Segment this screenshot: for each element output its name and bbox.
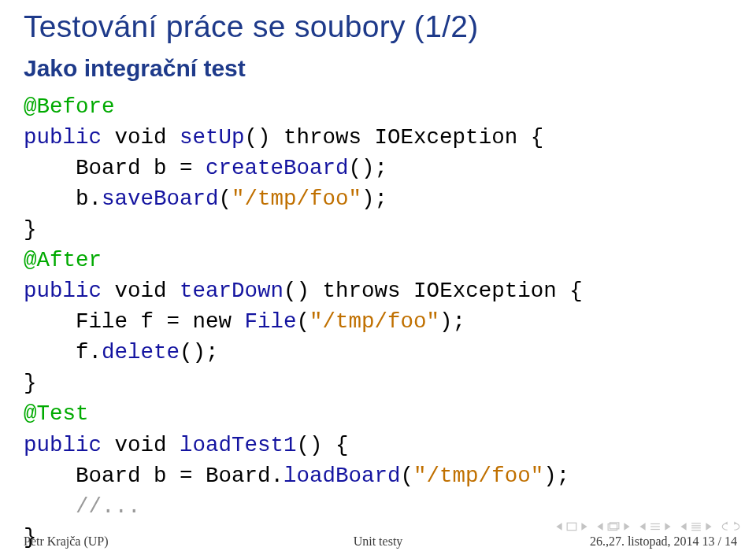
text: ); (543, 464, 569, 488)
footline: Petr Krajča (UP) Unit testy 26.,27. list… (0, 534, 756, 549)
nav-frame-icon[interactable] (595, 522, 632, 531)
text: Board b = (24, 156, 206, 180)
ctor-File: File (245, 309, 297, 334)
text: b. (24, 187, 102, 211)
method-loadBoard: loadBoard (284, 464, 401, 488)
text: (); (180, 340, 219, 364)
method-delete: delete (102, 340, 180, 364)
text: ( (219, 187, 232, 211)
comment: //... (24, 494, 141, 519)
text: File f = new (24, 309, 245, 334)
text: ( (297, 309, 310, 334)
slide-subtitle: Jako integrační test (0, 50, 756, 83)
svg-marker-17 (706, 523, 711, 531)
svg-marker-7 (639, 523, 645, 531)
svg-marker-18 (724, 522, 727, 525)
kw-public: public (24, 433, 102, 457)
svg-marker-12 (680, 523, 686, 531)
method-createBoard: createBoard (206, 156, 349, 180)
kw-public: public (24, 125, 102, 150)
text: void (102, 279, 180, 303)
text: (); (349, 156, 388, 180)
annotation-after: @After (24, 248, 102, 272)
slide-title: Testování práce se soubory (1/2) (0, 0, 756, 50)
text: () { (297, 433, 349, 457)
text: f. (24, 340, 102, 364)
code-block: @Before public void setUp() throws IOExc… (0, 83, 756, 551)
string-literal: "/tmp/foo" (309, 309, 439, 334)
svg-marker-3 (597, 523, 602, 531)
slide: Testování práce se soubory (1/2) Jako in… (0, 0, 756, 551)
text: ); (439, 309, 465, 334)
svg-marker-11 (665, 523, 670, 531)
nav-back-forward-icon[interactable] (720, 521, 742, 532)
text: } (24, 217, 37, 242)
svg-rect-1 (567, 523, 576, 530)
nav-doc-icon[interactable] (679, 522, 713, 531)
annotation-before: @Before (24, 94, 115, 119)
text: ( (401, 464, 414, 488)
method-saveBoard: saveBoard (102, 187, 219, 211)
footer-date-page: 26.,27. listopad, 2014 13 / 14 (590, 534, 737, 549)
kw-public: public (24, 279, 102, 303)
nav-section-icon[interactable] (638, 522, 673, 531)
text: ); (361, 187, 387, 211)
method-tearDown: tearDown (180, 279, 284, 303)
method-setUp: setUp (180, 125, 245, 150)
svg-marker-2 (581, 523, 587, 531)
svg-marker-19 (734, 522, 736, 525)
text: () throws IOException { (245, 125, 544, 150)
text: Board b = Board. (24, 464, 284, 488)
string-literal: "/tmp/foo" (413, 464, 543, 488)
text: () throws IOException { (284, 279, 583, 303)
footer-title: Unit testy (354, 534, 403, 549)
nav-symbols (554, 521, 742, 532)
text: } (24, 371, 37, 395)
text: void (102, 433, 180, 457)
annotation-test: @Test (24, 401, 89, 426)
slide-footer: Petr Krajča (UP) Unit testy 26.,27. list… (0, 516, 756, 551)
string-literal: "/tmp/foo" (232, 187, 361, 211)
svg-marker-6 (624, 523, 629, 531)
footer-author: Petr Krajča (UP) (24, 534, 109, 549)
text: void (102, 125, 180, 150)
nav-slide-icon[interactable] (554, 522, 589, 531)
svg-marker-0 (556, 523, 561, 531)
method-loadTest1: loadTest1 (180, 433, 297, 457)
